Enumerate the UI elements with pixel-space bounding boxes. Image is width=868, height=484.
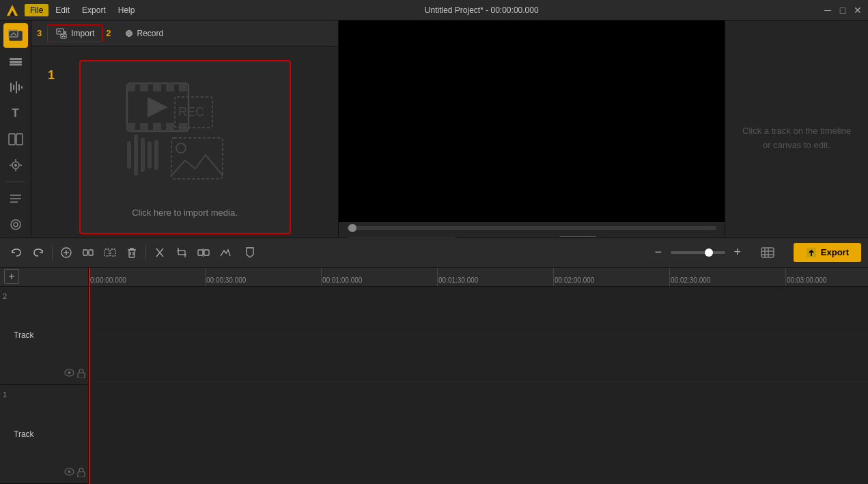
svg-point-16	[14, 164, 17, 167]
preview-progress-bar[interactable]	[347, 226, 716, 230]
ruler-playhead	[89, 268, 90, 286]
minimize-button[interactable]: ─	[823, 5, 832, 15]
stabilize-button[interactable]	[758, 243, 777, 262]
cut-button[interactable]	[150, 243, 169, 262]
import-area: 1	[31, 46, 338, 238]
stabilize-icon	[760, 245, 775, 260]
ungroup-button[interactable]	[100, 243, 120, 262]
zoom-control: − +	[649, 243, 747, 262]
sidebar-item-effects[interactable]	[3, 153, 28, 177]
import-label: Import	[71, 29, 94, 38]
badge-2: 2	[106, 28, 111, 38]
sidebar-item-text[interactable]: T	[3, 101, 28, 126]
svg-rect-64	[129, 250, 135, 257]
sidebar-item-media[interactable]	[3, 23, 28, 48]
svg-text:REC: REC	[178, 105, 204, 119]
svg-rect-5	[10, 61, 22, 63]
detach-audio-button[interactable]	[57, 243, 76, 262]
svg-point-85	[68, 371, 71, 374]
app-logo-icon	[5, 3, 19, 17]
speed-button[interactable]	[216, 243, 235, 262]
sidebar-item-layers[interactable]	[3, 49, 28, 74]
track-header-top: +	[0, 268, 88, 287]
svg-rect-7	[10, 83, 12, 92]
ruler-mark-5: 00:02:30.000	[671, 276, 710, 284]
media-panel: 3 Import 2 Record	[31, 20, 339, 238]
svg-rect-45	[134, 134, 138, 175]
track-eye-icon-2[interactable]	[64, 369, 74, 380]
badge-1: 1	[48, 68, 55, 83]
track-icons-2	[64, 369, 85, 380]
ruler-mark-3: 00:01:30.000	[438, 276, 478, 284]
export-label: Export	[821, 247, 849, 257]
track-lock-icon-1[interactable]	[77, 468, 85, 479]
redo-button[interactable]	[29, 243, 48, 262]
cut-icon	[154, 246, 166, 259]
export-button[interactable]: Export	[794, 243, 861, 262]
timeline-area: + 2 Track	[0, 268, 868, 485]
sidebar-item-stickers[interactable]	[3, 186, 28, 211]
split-button[interactable]	[194, 243, 213, 262]
group-button[interactable]	[79, 243, 98, 262]
svg-point-50	[176, 143, 186, 153]
title-bar: File Edit Export Help Untitled Project* …	[0, 0, 868, 20]
menu-file[interactable]: File	[25, 4, 48, 16]
badge-3: 3	[37, 28, 42, 38]
svg-rect-6	[10, 63, 22, 66]
detach-audio-icon	[60, 246, 72, 259]
ruler-mark-4: 00:02:00.000	[555, 276, 594, 284]
menu-edit[interactable]: Edit	[50, 4, 75, 16]
track-row-2[interactable]	[89, 287, 868, 334]
sidebar-divider	[6, 182, 25, 182]
import-icon	[56, 28, 67, 39]
timeline-tracks-content	[89, 287, 868, 485]
zoom-out-button[interactable]: −	[649, 243, 668, 262]
close-button[interactable]: ✕	[853, 5, 863, 15]
undo-button[interactable]	[7, 243, 26, 262]
ruler-mark-2: 00:01:00.000	[322, 276, 362, 284]
preview-props-row: 00 : 00 : 00 . 000 ⏮ ▶ ⏭ ■ Full 1/2 1/4	[339, 20, 868, 238]
import-tab[interactable]: Import	[47, 25, 103, 42]
zoom-in-button[interactable]: +	[728, 243, 747, 262]
menu-export[interactable]: Export	[76, 4, 111, 16]
svg-rect-9	[16, 81, 17, 94]
window-controls: ─ □ ✕	[823, 5, 863, 15]
crop-button[interactable]	[172, 243, 191, 262]
track-icons-1	[64, 468, 85, 479]
zoom-slider[interactable]	[671, 251, 725, 254]
preview-controls: 00 : 00 : 00 . 000 ⏮ ▶ ⏭ ■ Full 1/2 1/4	[339, 222, 725, 238]
svg-marker-41	[148, 97, 168, 117]
track-row-1[interactable]	[89, 334, 868, 382]
preview-progress-thumb	[348, 224, 356, 232]
menu-help[interactable]: Help	[113, 4, 141, 16]
svg-rect-34	[166, 83, 174, 91]
speed-icon	[219, 246, 232, 259]
sidebar-item-audio[interactable]	[3, 75, 28, 100]
sidebar-item-mark[interactable]	[3, 212, 28, 237]
svg-rect-86	[78, 373, 85, 378]
title-bar-left: File Edit Export Help	[5, 3, 140, 17]
svg-rect-32	[140, 83, 148, 91]
track-num-1: 1	[3, 390, 7, 399]
add-track-button[interactable]: +	[4, 269, 19, 284]
import-media-box[interactable]: REC Click here to import media.	[79, 60, 291, 234]
properties-hint: Click a track on the timeline or canvas …	[725, 111, 868, 167]
timeline-ruler[interactable]: 0:00:00.000 00:00:30.000 00:01:00.000 00…	[89, 268, 868, 287]
import-placeholder: Click here to import media.	[132, 208, 238, 218]
svg-point-88	[68, 470, 71, 473]
svg-rect-46	[141, 138, 145, 172]
delete-button[interactable]	[122, 243, 141, 262]
sidebar-item-transitions[interactable]	[3, 127, 28, 152]
track-eye-icon-1[interactable]	[64, 468, 74, 479]
svg-marker-76	[247, 248, 253, 257]
svg-rect-74	[204, 250, 209, 255]
record-tab[interactable]: Record	[116, 26, 173, 41]
tracks-playhead	[89, 287, 90, 485]
marker-button[interactable]	[240, 243, 260, 262]
svg-point-25	[14, 223, 18, 227]
svg-rect-29	[61, 34, 66, 38]
svg-rect-39	[166, 123, 174, 131]
maximize-button[interactable]: □	[838, 5, 848, 15]
track-name-1: Track	[14, 429, 34, 439]
track-lock-icon-2[interactable]	[77, 369, 85, 380]
